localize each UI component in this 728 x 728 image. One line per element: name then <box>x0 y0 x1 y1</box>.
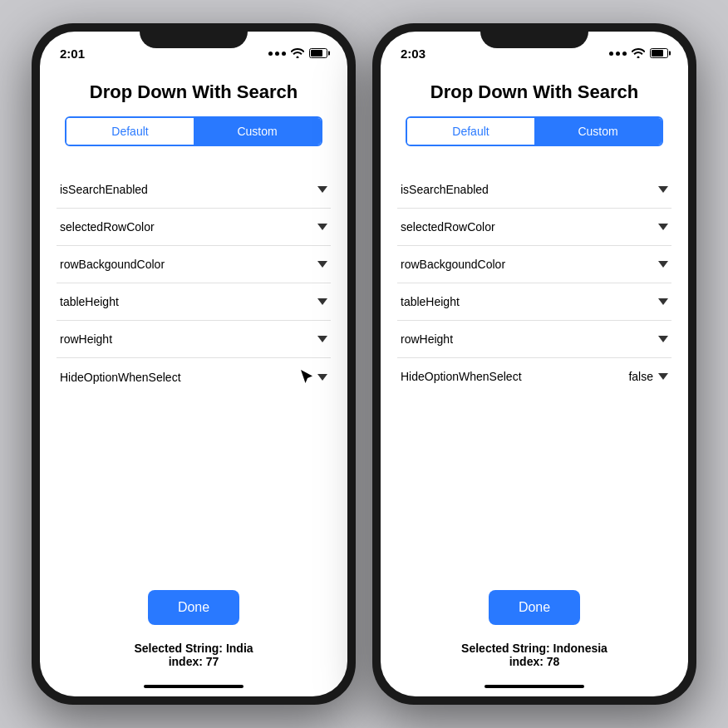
option-label-0-left: isSearchEnabled <box>60 183 148 196</box>
status-icons-left <box>268 48 327 58</box>
option-label-5-right: HideOptionWhenSelect <box>401 370 522 383</box>
option-row-5-right[interactable]: HideOptionWhenSelect false <box>397 358 671 395</box>
dot1r <box>609 52 613 56</box>
option-label-1-right: selectedRowColor <box>401 220 495 234</box>
dropdown-arrow-0-right <box>658 186 668 193</box>
option-right-5-right: false <box>628 370 668 383</box>
time-left: 2:01 <box>60 47 85 61</box>
dropdown-arrow-4-right <box>658 336 668 342</box>
option-right-3-left <box>317 298 327 305</box>
option-right-1-right <box>658 224 668 230</box>
content-left: Drop Down With Search Default Custom isS… <box>40 68 347 681</box>
status-icons-right <box>609 48 668 58</box>
dot3 <box>282 52 286 56</box>
option-right-0-left <box>317 186 327 193</box>
dropdown-arrow-2-left <box>317 261 327 268</box>
option-right-2-left <box>317 261 327 268</box>
option-row-3-left[interactable]: tableHeight <box>57 283 331 321</box>
option-right-1-left <box>317 224 327 230</box>
option-label-1-left: selectedRowColor <box>60 220 155 234</box>
segment-control-left[interactable]: Default Custom <box>65 116 322 146</box>
phone-left: 2:01 Drop Down With Search Defau <box>32 23 356 705</box>
notch-left <box>140 23 248 48</box>
done-button-left[interactable]: Done <box>148 590 239 625</box>
segment-default-left[interactable]: Default <box>66 118 194 145</box>
wifi-icon-right <box>632 48 645 58</box>
dot2r <box>616 52 620 56</box>
dropdown-arrow-5-right <box>658 373 668 380</box>
option-label-2-left: rowBackgoundColor <box>60 258 165 271</box>
notch-right <box>480 23 588 48</box>
signal-left <box>268 52 286 56</box>
option-value-5-right: false <box>628 370 653 383</box>
segment-control-right[interactable]: Default Custom <box>406 116 663 146</box>
selected-string-right: Selected String: Indonesia index: 78 <box>397 633 671 681</box>
cursor-icon-left <box>301 370 312 385</box>
battery-icon-right <box>650 48 668 58</box>
option-row-4-right[interactable]: rowHeight <box>397 321 671 358</box>
dropdown-arrow-4-left <box>317 336 327 342</box>
selected-string-line1-right: Selected String: Indonesia <box>397 642 671 655</box>
option-right-3-right <box>658 298 668 305</box>
option-row-1-right[interactable]: selectedRowColor <box>397 209 671 246</box>
selected-string-left: Selected String: India index: 77 <box>57 633 331 681</box>
option-label-2-right: rowBackgoundColor <box>401 258 505 271</box>
options-list-right: isSearchEnabled selectedRowColor rowBack… <box>397 171 671 573</box>
dot3r <box>622 52 627 56</box>
option-row-4-left[interactable]: rowHeight <box>57 321 331 358</box>
option-row-5-left[interactable]: HideOptionWhenSelect <box>57 358 331 396</box>
done-button-right[interactable]: Done <box>489 590 580 625</box>
phone-right: 2:03 Drop Down With Search Defau <box>372 23 696 705</box>
content-right: Drop Down With Search Default Custom isS… <box>381 68 688 681</box>
option-label-3-left: tableHeight <box>60 295 119 308</box>
option-right-5-left <box>301 370 327 385</box>
option-label-4-right: rowHeight <box>401 332 453 346</box>
option-right-4-left <box>317 336 327 342</box>
option-right-0-right <box>658 186 668 193</box>
option-label-5-left: HideOptionWhenSelect <box>60 371 181 384</box>
dot1 <box>268 52 273 56</box>
selected-string-line1-left: Selected String: India <box>57 642 331 655</box>
dropdown-arrow-3-right <box>658 298 668 305</box>
screen-right: 2:03 Drop Down With Search Defau <box>381 32 688 696</box>
dropdown-arrow-1-left <box>317 224 327 230</box>
screen-left: 2:01 Drop Down With Search Defau <box>40 32 347 696</box>
option-right-2-right <box>658 261 668 268</box>
dropdown-arrow-2-right <box>658 261 668 268</box>
time-right: 2:03 <box>401 47 425 61</box>
option-row-2-right[interactable]: rowBackgoundColor <box>397 246 671 283</box>
battery-icon-left <box>309 48 327 58</box>
page-title-left: Drop Down With Search <box>57 81 331 103</box>
segment-custom-right[interactable]: Custom <box>534 118 662 145</box>
option-row-3-right[interactable]: tableHeight <box>397 283 671 321</box>
dropdown-arrow-3-left <box>317 298 327 305</box>
dropdown-arrow-0-left <box>317 186 327 193</box>
page-title-right: Drop Down With Search <box>397 81 671 103</box>
option-right-4-right <box>658 336 668 342</box>
battery-fill-left <box>311 50 322 57</box>
home-indicator-left <box>144 685 243 688</box>
options-list-left: isSearchEnabled selectedRowColor rowBack… <box>57 171 331 573</box>
option-row-0-left[interactable]: isSearchEnabled <box>57 171 331 209</box>
battery-fill-right <box>652 50 663 57</box>
home-indicator-right <box>485 685 584 688</box>
dropdown-arrow-5-left <box>317 374 327 381</box>
selected-string-line2-left: index: 77 <box>57 655 331 668</box>
option-row-1-left[interactable]: selectedRowColor <box>57 209 331 246</box>
option-row-0-right[interactable]: isSearchEnabled <box>397 171 671 209</box>
option-label-0-right: isSearchEnabled <box>401 183 489 196</box>
dot2 <box>275 52 279 56</box>
option-label-3-right: tableHeight <box>401 295 460 308</box>
segment-default-right[interactable]: Default <box>407 118 534 145</box>
signal-right <box>609 52 627 56</box>
selected-string-line2-right: index: 78 <box>397 655 671 668</box>
dropdown-arrow-1-right <box>658 224 668 230</box>
wifi-icon-left <box>291 48 304 58</box>
option-label-4-left: rowHeight <box>60 332 112 346</box>
segment-custom-left[interactable]: Custom <box>194 118 321 145</box>
option-row-2-left[interactable]: rowBackgoundColor <box>57 246 331 283</box>
